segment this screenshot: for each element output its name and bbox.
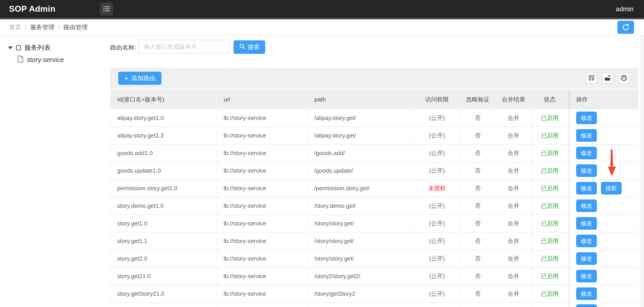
modify-button[interactable]: 修改 [576,200,597,212]
table-row: alipay.story.get1.0lb://story-service/al… [110,109,638,127]
column-header: id(接口名+版本号) [110,90,217,109]
cell-path: /story.demo.get/ [307,197,414,214]
table-tool-icons [586,72,630,84]
cell-merge-result [496,302,531,307]
cell-path: /story/story.get/ [307,232,414,250]
route-name-input[interactable] [138,40,229,54]
cell-uri [217,302,307,307]
cell-path: /alipay.story.get/ [307,127,414,144]
cell-path [307,302,414,307]
modify-button[interactable]: 修改 [576,235,597,247]
cell-ignore-auth: 否 [460,197,496,214]
print-icon [620,74,627,82]
cell-id: story.get2.0 [110,250,217,267]
cell-permission: (公开) [414,285,460,302]
cell-id: story.get21.0 [110,267,217,285]
cell-id: story.getStory21.0 [110,285,217,302]
modify-button[interactable]: 修改 [576,288,597,300]
cell-id: alipay.story.get1.2 [110,127,217,144]
tree-node-story-service[interactable]: story-service [17,56,64,64]
modify-button[interactable]: 修改 [576,129,597,142]
cell-ignore-auth: 否 [460,127,496,144]
cell-path: /permission.story.get/ [307,180,414,197]
tree-node-service-list[interactable]: 服务列表 [8,43,50,52]
caret-down-icon[interactable] [8,46,13,49]
modify-button[interactable]: 修改 [576,164,597,177]
table-row: story.get21.0lb://story-service/story2/s… [110,267,638,285]
export-button[interactable] [602,72,613,84]
authorize-button[interactable]: 授权 [601,182,622,194]
column-header: uri [217,90,307,109]
cell-permission: 未授权 [414,180,460,197]
cell-status: 已启用 [531,267,568,285]
cell-actions: 修改 [568,109,638,127]
search-button[interactable]: 搜索 [234,40,265,54]
cell-status: 已启用 [531,127,568,144]
file-icon [17,56,24,64]
cell-id: story.get1.0 [110,214,217,232]
cell-permission: (公开) [414,197,460,214]
modify-button[interactable]: 修改 [576,270,597,282]
table-row: story.get1.0lb://story-service/story/sto… [110,214,638,232]
vertical-scrollbar[interactable] [641,20,644,307]
cell-ignore-auth [460,302,496,307]
cell-status: 已启用 [531,180,568,197]
cell-merge-result: 合并 [496,214,531,232]
folder-square-icon [16,45,21,50]
cell-actions: 修改 [568,127,638,144]
breadcrumb-home[interactable]: 首页 [9,23,21,31]
refresh-icon [622,23,630,32]
cell-permission: (公开) [414,127,460,144]
cell-id: goods.add1.0 [110,144,217,162]
add-route-button[interactable]: + 添加路由 [118,72,162,85]
modify-button[interactable]: 修改 [576,217,597,230]
modify-button[interactable] [576,304,597,307]
modify-button[interactable]: 修改 [576,182,597,194]
modify-button[interactable]: 修改 [576,112,597,124]
cell-status [531,302,568,307]
app-logo: SOP Admin [9,4,56,14]
modify-button[interactable]: 修改 [576,147,597,159]
table-row: story.getStory21.0lb://story-service/sto… [110,285,638,302]
cell-status: 已启用 [531,197,568,214]
cell-merge-result: 合并 [496,285,531,302]
column-header: path [307,90,414,109]
sidebar-toggle-button[interactable] [100,2,113,16]
breadcrumb: 首页 / 服务管理 / 路由管理 [9,23,88,31]
column-header: 访问权限 [414,90,460,109]
cell-ignore-auth: 否 [460,180,496,197]
cell-path: /story/getStory2 [307,285,414,302]
cell-path: /alipay.story.get/ [307,109,414,127]
menu-icon [102,5,110,13]
table-row: story.demo.get1.0lb://story-service/stor… [110,197,638,214]
cell-uri: lb://story-service [217,162,307,180]
columns-toggle-button[interactable] [586,72,597,84]
cell-merge-result: 合并 [496,267,531,285]
cell-uri: lb://story-service [217,285,307,302]
table-row: story.get2.0lb://story-service/story/sto… [110,250,638,267]
cell-permission: (公开) [414,162,460,180]
cell-status: 已启用 [531,214,568,232]
cell-ignore-auth: 否 [460,285,496,302]
breadcrumb-bar: 首页 / 服务管理 / 路由管理 [0,20,644,36]
print-button[interactable] [618,72,630,84]
modify-button[interactable]: 修改 [576,252,597,265]
cell-path: /story/story.get/ [307,214,414,232]
cell-merge-result: 合并 [496,197,531,214]
table-row-partial [110,302,638,307]
tree-root-label: 服务列表 [24,43,50,52]
breadcrumb-service-mgmt[interactable]: 服务管理 [30,23,54,31]
refresh-button[interactable] [618,21,634,34]
page: { "navbar": { "title": "SOP Admin", "use… [0,0,644,307]
column-header: 操作 [568,90,638,109]
cell-ignore-auth: 否 [460,267,496,285]
cell-path: /goods.update/ [307,162,414,180]
add-route-label: 添加路由 [131,74,156,82]
table-row: goods.add1.0lb://story-service/goods.add… [110,144,638,162]
cell-merge-result: 合并 [496,109,531,127]
current-user[interactable]: admin [616,6,634,13]
cell-id [110,302,217,307]
cell-ignore-auth: 否 [460,162,496,180]
cell-actions: 修改 [568,214,638,232]
cell-merge-result: 合并 [496,162,531,180]
